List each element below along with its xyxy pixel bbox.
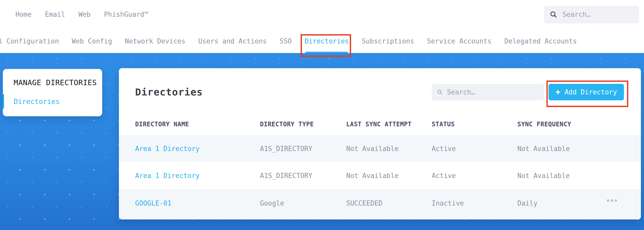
topnav-item-email[interactable]: Email	[45, 11, 65, 18]
sidebar-item-directories[interactable]: Directories	[3, 94, 102, 109]
sync-frequency-cell: Not Available	[517, 172, 607, 180]
global-search-input[interactable]	[562, 11, 633, 18]
table-header-row: DIRECTORY NAME DIRECTORY TYPE LAST SYNC …	[119, 113, 641, 135]
page: Home Email Web PhishGuard™ l Configurati…	[0, 0, 644, 230]
directory-name-link[interactable]: Area 1 Directory	[135, 145, 260, 153]
tab-delegated-accounts[interactable]: Delegated Accounts	[504, 29, 577, 53]
tab-directories[interactable]: Directories	[304, 29, 349, 53]
column-header-last-sync-attempt: LAST SYNC ATTEMPT	[346, 121, 432, 128]
panel-header: Directories + Add Directory	[119, 68, 641, 113]
topnav-item-home[interactable]: Home	[15, 11, 32, 18]
directories-search-input[interactable]	[447, 88, 539, 96]
last-sync-cell: SUCCEEDED	[346, 199, 432, 207]
manage-directories-title: MANAGE DIRECTORIES	[3, 78, 102, 87]
content-area: MANAGE DIRECTORIES Directories Directori…	[0, 53, 644, 230]
tab-users-and-actions[interactable]: Users and Actions	[198, 29, 267, 53]
directory-name-link[interactable]: GOOGLE-01	[135, 199, 260, 207]
status-cell: Active	[432, 172, 517, 180]
column-header-directory-type: DIRECTORY TYPE	[260, 121, 346, 128]
search-icon	[550, 11, 557, 18]
settings-tab-bar: l Configuration Web Config Network Devic…	[0, 29, 644, 53]
sidebar-item-directories-label: Directories	[14, 98, 60, 105]
sync-frequency-cell: Not Available	[517, 145, 607, 153]
row-actions-menu-icon[interactable]	[607, 199, 620, 202]
directory-type-cell: Google	[260, 199, 346, 207]
add-directory-button-label: Add Directory	[564, 88, 617, 96]
sync-frequency-cell: Daily	[517, 199, 607, 207]
table-row: Area 1 Directory A1S_DIRECTORY Not Avail…	[119, 162, 641, 189]
directories-panel: Directories + Add Directory DIRECTORY NA…	[119, 68, 641, 219]
topnav-item-web[interactable]: Web	[79, 11, 91, 18]
plus-icon: +	[555, 88, 560, 96]
tab-subscriptions[interactable]: Subscriptions	[362, 29, 414, 53]
page-title: Directories	[135, 86, 203, 98]
directory-name-link[interactable]: Area 1 Directory	[135, 172, 260, 180]
tab-email-configuration[interactable]: l Configuration	[0, 29, 59, 53]
tab-sso[interactable]: SSO	[280, 29, 292, 53]
add-directory-button[interactable]: + Add Directory	[549, 84, 624, 100]
tab-network-devices[interactable]: Network Devices	[125, 29, 185, 53]
table-row: GOOGLE-01 Google SUCCEEDED Inactive Dail…	[119, 189, 641, 219]
top-navigation: Home Email Web PhishGuard™	[0, 0, 644, 29]
global-search-box[interactable]	[544, 6, 639, 23]
manage-directories-card: MANAGE DIRECTORIES Directories	[3, 69, 102, 116]
directories-table: DIRECTORY NAME DIRECTORY TYPE LAST SYNC …	[119, 113, 641, 219]
topnav-item-phishguard[interactable]: PhishGuard™	[104, 11, 148, 18]
directories-search-box[interactable]	[432, 84, 544, 100]
column-header-directory-name: DIRECTORY NAME	[135, 121, 260, 128]
directory-type-cell: A1S_DIRECTORY	[260, 145, 346, 153]
status-cell: Active	[432, 145, 517, 153]
last-sync-cell: Not Available	[346, 145, 432, 153]
directory-type-cell: A1S_DIRECTORY	[260, 172, 346, 180]
column-header-status: STATUS	[432, 121, 517, 128]
search-icon	[437, 89, 443, 95]
column-header-sync-frequency: SYNC FREQUENCY	[517, 121, 607, 128]
tab-web-config[interactable]: Web Config	[72, 29, 112, 53]
last-sync-cell: Not Available	[346, 172, 432, 180]
table-row: Area 1 Directory A1S_DIRECTORY Not Avail…	[119, 135, 641, 162]
tab-service-accounts[interactable]: Service Accounts	[427, 29, 491, 53]
status-cell: Inactive	[432, 199, 517, 207]
